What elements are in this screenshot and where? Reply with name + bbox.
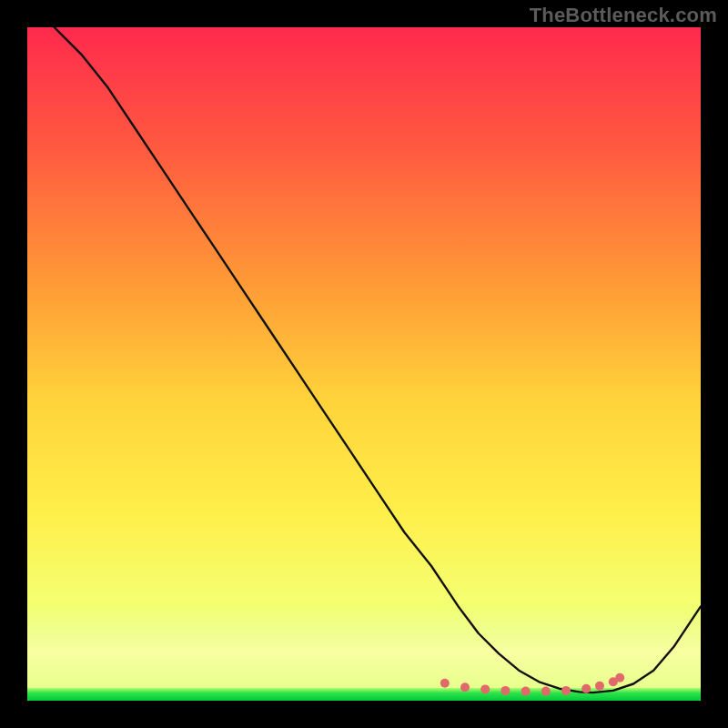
highlight-dot [615, 673, 624, 682]
plot-area [27, 27, 701, 701]
chart-root: { "watermark": "TheBottleneck.com", "col… [0, 0, 728, 728]
main-curve [55, 27, 701, 693]
highlight-dot [440, 679, 450, 688]
curve-layer [27, 27, 701, 701]
highlight-dot [541, 687, 551, 696]
highlight-dot [561, 686, 571, 695]
highlight-dot [460, 682, 470, 692]
highlight-dot [521, 687, 531, 696]
watermark-text: TheBottleneck.com [530, 4, 717, 27]
highlight-dot [595, 682, 604, 691]
highlight-dot [581, 684, 591, 693]
highlight-dot [500, 686, 510, 695]
highlight-dot [480, 684, 490, 693]
